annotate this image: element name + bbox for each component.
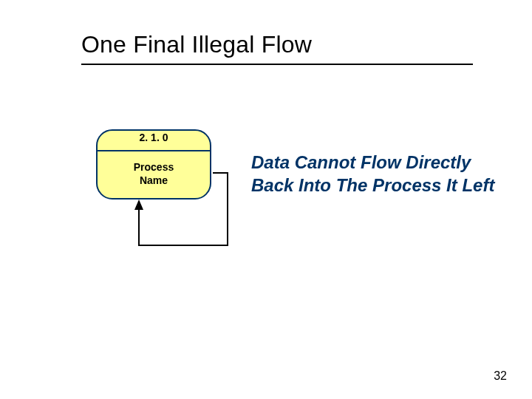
page-number: 32 [494,369,507,383]
slide-title: One Final Illegal Flow [81,31,312,58]
rule-text: Data Cannot Flow Directly Back Into The … [251,151,495,197]
self-loop-arrow [124,164,242,260]
process-divider [96,150,211,151]
slide: One Final Illegal Flow 2. 1. 0 Process N… [0,0,532,399]
process-id: 2. 1. 0 [96,132,211,143]
svg-marker-0 [134,200,143,210]
title-underline [81,64,473,65]
